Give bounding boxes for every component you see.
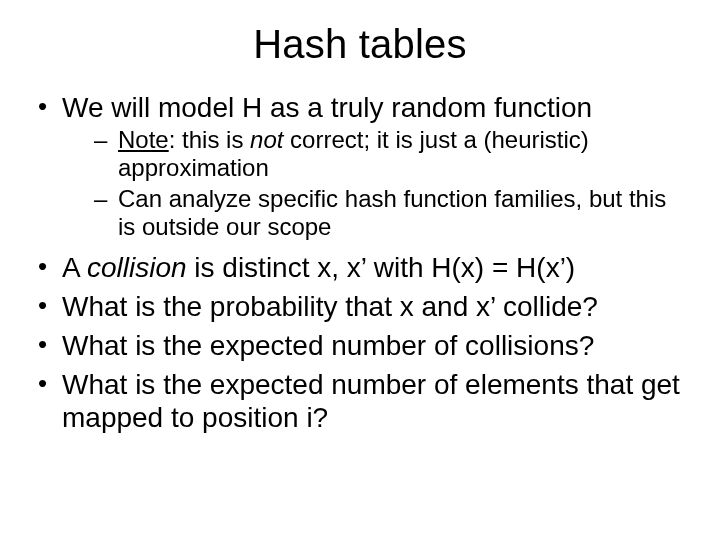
sub2-text: Can analyze specific hash function famil…	[118, 185, 666, 240]
b2-post: is distinct x, x’ with H(x) = H(x’)	[187, 252, 576, 283]
slide: Hash tables We will model H as a truly r…	[0, 0, 720, 540]
sub-list-1: Note: this is not correct; it is just a …	[62, 126, 684, 241]
bullet-1: We will model H as a truly random functi…	[36, 91, 684, 241]
sub1-not: not	[250, 126, 283, 153]
b2-pre: A	[62, 252, 87, 283]
sub-bullet-1: Note: this is not correct; it is just a …	[62, 126, 684, 183]
bullet-3: What is the probability that x and x’ co…	[36, 290, 684, 323]
sub1-note: Note	[118, 126, 169, 153]
bullet-1-text: We will model H as a truly random functi…	[62, 92, 592, 123]
b3-text: What is the probability that x and x’ co…	[62, 291, 598, 322]
sub-bullet-2: Can analyze specific hash function famil…	[62, 185, 684, 242]
bullet-list: We will model H as a truly random functi…	[36, 91, 684, 434]
b2-collision: collision	[87, 252, 187, 283]
slide-title: Hash tables	[36, 22, 684, 67]
bullet-5: What is the expected number of elements …	[36, 368, 684, 434]
b5-text: What is the expected number of elements …	[62, 369, 680, 433]
sub1-mid: : this is	[169, 126, 250, 153]
bullet-4: What is the expected number of collision…	[36, 329, 684, 362]
b4-text: What is the expected number of collision…	[62, 330, 594, 361]
bullet-2: A collision is distinct x, x’ with H(x) …	[36, 251, 684, 284]
